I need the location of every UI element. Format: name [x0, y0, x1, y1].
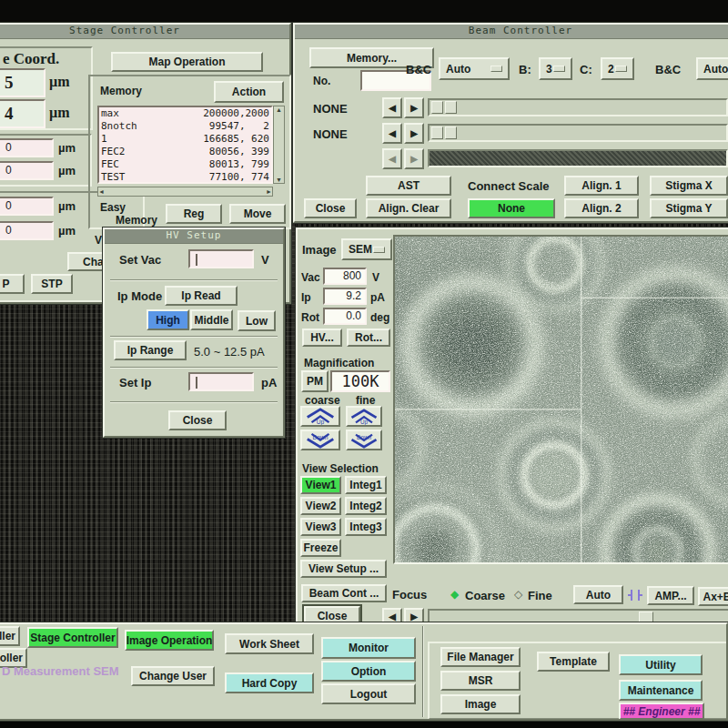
memory-row[interactable]: FEC280056, 399	[101, 146, 269, 158]
image-type-dropdown[interactable]: SEM	[341, 238, 392, 260]
integ1-button[interactable]: Integ1	[345, 476, 387, 494]
view2-button[interactable]: View2	[300, 497, 341, 515]
b-dropdown[interactable]: 3	[539, 57, 572, 80]
integ3-button[interactable]: Integ3	[345, 518, 387, 536]
action-button[interactable]: Action	[214, 81, 284, 103]
utility-button[interactable]: Utility	[619, 654, 703, 675]
slider1-left-arrow-icon[interactable]: ◀	[382, 97, 402, 118]
slider2-track[interactable]	[428, 124, 728, 142]
scroll-right-icon[interactable]: ►	[266, 188, 272, 195]
memory-row[interactable]: max200000,2000	[101, 107, 269, 120]
stp-button[interactable]: STP	[31, 274, 73, 294]
slider1-track[interactable]	[428, 98, 728, 116]
beam-cont-button[interactable]: Beam Cont ...	[301, 584, 387, 602]
offset-field-1[interactable]: 0	[0, 138, 54, 157]
memory-vscrollbar[interactable]: ▲▼	[273, 106, 285, 184]
memory-row[interactable]: 8notch99547, 2	[101, 120, 269, 133]
move-button[interactable]: Move	[229, 204, 286, 224]
stage-controller-task-button[interactable]: Stage Controller	[27, 627, 118, 648]
ast-button[interactable]: AST	[366, 176, 451, 196]
option-button[interactable]: Option	[321, 661, 416, 682]
c-dropdown[interactable]: 2	[601, 57, 634, 80]
align2-button[interactable]: Align. 2	[564, 198, 639, 218]
ip-range-button[interactable]: Ip Range	[114, 340, 187, 360]
focus-slider-thumb[interactable]	[639, 612, 653, 622]
memory-listbox[interactable]: max200000,2000 8notch99547, 2 1166685, 6…	[97, 106, 273, 184]
fine-down-button[interactable]: Down	[346, 430, 382, 450]
logout-button[interactable]: Logout	[321, 683, 416, 704]
bc1-dropdown[interactable]: Auto	[439, 57, 510, 80]
work-sheet-button[interactable]: Work Sheet	[225, 633, 314, 654]
rot-button[interactable]: Rot...	[347, 329, 390, 347]
slider2-right-arrow-icon[interactable]: ▶	[404, 123, 424, 144]
cut-controller-button-1[interactable]: ller	[0, 626, 20, 646]
set-vac-input[interactable]	[188, 249, 254, 268]
stigma-y-button[interactable]: Stigma Y	[650, 198, 728, 218]
memory-row[interactable]: FEC80013, 799	[101, 158, 269, 171]
view1-button[interactable]: View1	[300, 476, 341, 494]
middle-button[interactable]: Middle	[190, 309, 233, 330]
memory-row-value: 80013, 799	[209, 158, 269, 171]
move-field-1[interactable]: 0	[0, 197, 54, 216]
image-button[interactable]: Image	[440, 694, 521, 714]
slider2-thumb[interactable]	[431, 126, 443, 139]
align1-button[interactable]: Align. 1	[564, 176, 639, 196]
slider2-thumb2[interactable]	[445, 126, 457, 139]
slider1-thumb[interactable]	[431, 101, 443, 114]
offset-field-2[interactable]: 0	[0, 161, 54, 180]
beam-controller-titlebar[interactable]: Beam Controller	[295, 25, 728, 39]
lp-button[interactable]: P	[0, 274, 25, 294]
msr-button[interactable]: MSR	[440, 671, 521, 691]
bc2-dropdown[interactable]: Auto	[696, 57, 728, 80]
hard-copy-button[interactable]: Hard Copy	[225, 672, 314, 693]
ip-read-button[interactable]: Ip Read	[165, 286, 238, 306]
coarse-down-button[interactable]: Down	[300, 430, 340, 450]
memory-row[interactable]: 1166685, 620	[101, 133, 269, 146]
hv-button[interactable]: HV...	[302, 329, 342, 347]
high-button[interactable]: High	[147, 309, 189, 330]
stigma-x-button[interactable]: Stigma X	[650, 176, 728, 196]
sem-image[interactable]	[393, 235, 728, 564]
focus-fine-radio-icon[interactable]: ◇	[514, 589, 522, 600]
memory-hscrollbar[interactable]: ◄►	[97, 187, 273, 197]
map-operation-button[interactable]: Map Operation	[111, 52, 263, 72]
hv-setup-titlebar[interactable]: HV Setup	[105, 229, 283, 244]
low-button[interactable]: Low	[238, 310, 276, 331]
amp-button[interactable]: AMP...	[647, 586, 694, 605]
slider1-thumb2[interactable]	[445, 101, 457, 114]
image-operation-task-button[interactable]: Image Operation	[125, 630, 214, 651]
set-ip-input[interactable]	[188, 372, 254, 391]
monitor-button[interactable]: Monitor	[321, 637, 416, 659]
scroll-up-icon[interactable]: ▲	[276, 106, 282, 113]
view3-button[interactable]: View3	[300, 518, 341, 536]
image-type-value: SEM	[349, 243, 372, 256]
slider2-left-arrow-icon[interactable]: ◀	[382, 123, 402, 144]
fine-up-button[interactable]: Up	[346, 406, 382, 427]
file-manager-button[interactable]: File Manager	[440, 647, 521, 667]
auto-focus-button[interactable]: Auto	[573, 585, 623, 604]
change-user-button[interactable]: Change User	[131, 666, 215, 686]
slider1-right-arrow-icon[interactable]: ▶	[404, 97, 424, 118]
focus-coarse-radio-icon[interactable]: ◆	[450, 589, 459, 600]
scroll-down-icon[interactable]: ▼	[276, 177, 282, 183]
integ2-button[interactable]: Integ2	[345, 497, 387, 515]
coarse-up-button[interactable]: Up	[300, 406, 340, 427]
move-field-2[interactable]: 0	[0, 221, 54, 240]
none-button[interactable]: None	[468, 198, 555, 218]
view-setup-button[interactable]: View Setup ...	[300, 560, 387, 578]
axb-button[interactable]: Ax+B...	[698, 587, 728, 606]
engineer-button[interactable]: ## Engineer ##	[619, 703, 704, 720]
beam-close-button[interactable]: Close	[304, 198, 357, 218]
scroll-left-icon[interactable]: ◄	[98, 188, 105, 195]
template-button[interactable]: Template	[537, 652, 610, 672]
align-clear-button[interactable]: Align. Clear	[366, 198, 451, 218]
reg-button[interactable]: Reg	[166, 204, 222, 224]
memory-row[interactable]: TEST77100, 774	[101, 171, 269, 184]
pm-button[interactable]: PM	[301, 370, 329, 392]
stage-controller-titlebar[interactable]: Stage Controller	[0, 25, 289, 39]
maintenance-button[interactable]: Maintenance	[619, 680, 703, 701]
text-cursor	[196, 377, 197, 389]
freeze-button[interactable]: Freeze	[300, 539, 341, 557]
b-label: B:	[519, 63, 531, 76]
hv-close-button[interactable]: Close	[168, 410, 227, 430]
